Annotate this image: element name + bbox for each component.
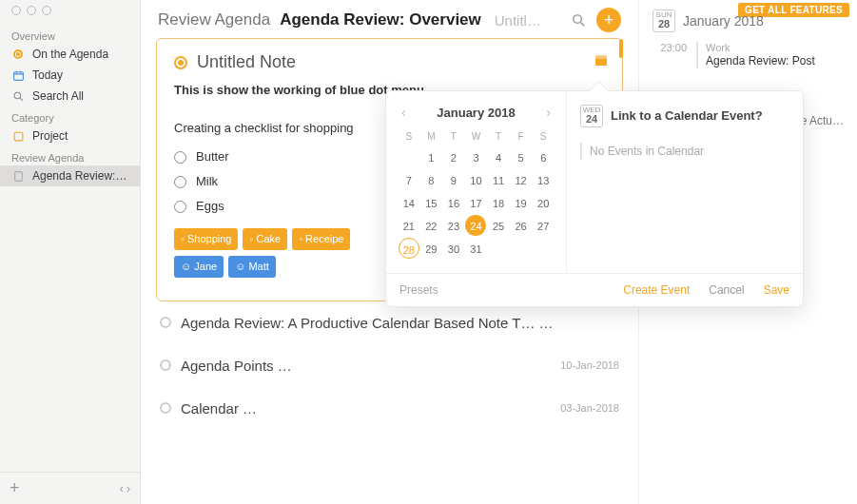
calendar-day[interactable]: 20 — [533, 192, 554, 213]
sidebar-chevrons-icon[interactable]: ‹ › — [120, 482, 130, 495]
calendar-day[interactable]: 7 — [399, 169, 419, 190]
calendar-day[interactable]: 2 — [443, 146, 464, 167]
svg-rect-6 — [595, 55, 607, 58]
calendar-day[interactable]: 4 — [488, 146, 509, 167]
window-traffic-lights — [6, 0, 57, 21]
calendar-day[interactable]: 18 — [488, 192, 509, 213]
header-subtitle: Untitl… — [495, 12, 541, 29]
prev-month-button[interactable]: ‹ — [398, 105, 410, 120]
calendar-dow: S — [532, 127, 555, 145]
note-row[interactable]: Calendar … 03-Jan-2018 — [156, 387, 623, 430]
svg-rect-3 — [14, 171, 22, 181]
date-badge-icon: SUN 28 — [652, 10, 675, 32]
sidebar-item-label: Agenda Review:… — [32, 169, 127, 183]
calendar-day[interactable]: 6 — [533, 146, 554, 167]
calendar-icon — [11, 68, 25, 82]
note-dot-icon[interactable] — [160, 359, 171, 371]
page-title: Agenda Review: Overview — [280, 10, 481, 29]
calendar-day[interactable]: 28 — [399, 238, 419, 259]
note-accent-bar — [619, 39, 623, 58]
note-calendar-button[interactable] — [594, 52, 609, 68]
calendar-day[interactable]: 26 — [511, 215, 532, 236]
calendar-day[interactable]: 22 — [420, 215, 441, 236]
calendar-day[interactable]: 9 — [443, 169, 464, 190]
checkbox-icon[interactable] — [174, 151, 186, 164]
sidebar-item-label: Today — [32, 68, 63, 82]
note-row[interactable]: Agenda Review: A Productive Calendar Bas… — [156, 301, 623, 344]
calendar-dow: S — [398, 127, 420, 145]
calendar-day[interactable]: 1 — [420, 146, 441, 167]
agenda-dot-icon[interactable] — [174, 56, 187, 69]
calendar-day[interactable]: 23 — [443, 215, 464, 236]
svg-rect-2 — [14, 132, 23, 141]
calendar-day[interactable]: 24 — [465, 215, 486, 236]
calendar-day[interactable]: 13 — [533, 169, 554, 190]
tag[interactable]: ◦ Shopping — [174, 228, 238, 250]
save-button[interactable]: Save — [764, 283, 789, 297]
note-row-title: Calendar … — [181, 400, 551, 417]
calendar-day[interactable]: 17 — [465, 192, 486, 213]
note-row-date: 10-Jan-2018 — [560, 359, 619, 371]
next-month-button[interactable]: › — [542, 105, 555, 120]
cancel-button[interactable]: Cancel — [709, 283, 744, 297]
presets-button[interactable]: Presets — [399, 283, 438, 297]
note-dot-icon[interactable] — [160, 317, 171, 328]
person-tag[interactable]: ☺ Matt — [228, 256, 276, 278]
add-note-button[interactable]: + — [596, 8, 621, 32]
entry-time: 23:00 — [652, 42, 687, 68]
calendar-day[interactable]: 19 — [511, 192, 532, 213]
sidebar-item-search-all[interactable]: Search All — [0, 86, 140, 107]
calendar-month-label: January 2018 — [437, 106, 515, 120]
tag[interactable]: ◦ Receipe — [292, 228, 350, 250]
zoom-window-icon[interactable] — [42, 6, 51, 15]
close-window-icon[interactable] — [11, 6, 21, 15]
header-category: Review Agenda — [158, 10, 270, 29]
sidebar-section-overview: Overview — [0, 25, 140, 44]
calendar-day[interactable]: 21 — [399, 215, 419, 236]
calendar-day[interactable]: 31 — [465, 238, 486, 259]
sidebar-item-label: Project — [32, 129, 68, 143]
calendar-dow: T — [487, 127, 510, 145]
calendar-day — [399, 146, 419, 167]
add-project-button[interactable]: + — [10, 478, 20, 498]
note-title[interactable]: Untitled Note — [197, 52, 296, 72]
calendar-day[interactable]: 11 — [488, 169, 509, 190]
calendar-day[interactable]: 3 — [465, 146, 486, 167]
sidebar-item-agenda-review[interactable]: Agenda Review:… — [0, 165, 140, 186]
calendar-day[interactable]: 8 — [420, 169, 441, 190]
create-event-button[interactable]: Create Event — [623, 283, 690, 297]
sidebar-section-review: Review Agenda — [0, 146, 140, 165]
date-badge-icon: WED 24 — [580, 105, 603, 127]
calendar-day[interactable]: 10 — [465, 169, 486, 190]
svg-point-4 — [574, 14, 582, 22]
calendar-dow: M — [420, 127, 443, 145]
note-row[interactable]: Agenda Points … 10-Jan-2018 — [156, 344, 623, 387]
person-tag[interactable]: ☺ Jane — [174, 256, 224, 278]
agenda-dot-icon — [11, 48, 25, 61]
calendar-day[interactable]: 29 — [420, 238, 441, 259]
calendar-picker: ‹ January 2018 › SMTWTFS1234567891011121… — [386, 91, 567, 273]
svg-rect-0 — [13, 71, 23, 80]
tag[interactable]: ◦ Cake — [243, 228, 287, 250]
sidebar-item-today[interactable]: Today — [0, 65, 140, 86]
calendar-day[interactable]: 14 — [399, 192, 419, 213]
checkbox-icon[interactable] — [174, 176, 186, 188]
calendar-day[interactable]: 15 — [420, 192, 441, 213]
entry-title: Agenda Review: Post — [706, 53, 815, 68]
header-search-button[interactable] — [571, 12, 587, 29]
calendar-day[interactable]: 27 — [533, 215, 554, 236]
calendar-day — [511, 238, 532, 259]
checkbox-icon[interactable] — [174, 201, 186, 213]
calendar-day[interactable]: 30 — [443, 238, 464, 259]
minimize-window-icon[interactable] — [27, 6, 36, 15]
note-dot-icon[interactable] — [160, 402, 171, 414]
sidebar-item-project[interactable]: Project — [0, 126, 140, 146]
sidebar-item-on-the-agenda[interactable]: On the Agenda — [0, 44, 140, 65]
timeline-entry[interactable]: 23:00 Work Agenda Review: Post — [652, 42, 844, 68]
calendar-day[interactable]: 16 — [443, 192, 464, 213]
no-events-label: No Events in Calendar — [580, 143, 789, 160]
calendar-day[interactable]: 12 — [511, 169, 532, 190]
calendar-day[interactable]: 25 — [488, 215, 509, 236]
calendar-day[interactable]: 5 — [511, 146, 532, 167]
calendar-day — [533, 238, 554, 259]
